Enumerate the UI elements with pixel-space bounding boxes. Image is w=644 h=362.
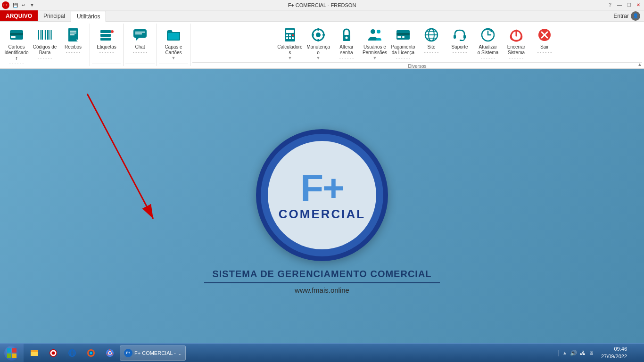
ribbon-group-4-label: [159, 64, 188, 66]
minimize-btn[interactable]: —: [616, 1, 623, 9]
logo-inner: F+ COMERCIAL: [268, 141, 376, 249]
ribbon-group-3-items: Chat - - - - - -: [125, 24, 155, 64]
exit-icon: [536, 26, 553, 43]
svg-rect-66: [7, 354, 11, 358]
fcomercial-taskbar-icon: F+: [124, 349, 132, 357]
pagamento-btn[interactable]: Pagamentoda Licença - - - - - -: [389, 25, 417, 61]
chat-btn[interactable]: Chat - - - - - -: [126, 25, 154, 56]
svg-rect-18: [100, 38, 111, 41]
users-icon: [366, 26, 383, 43]
svg-rect-53: [463, 35, 466, 39]
sair-btn[interactable]: Sair - - - - - -: [531, 25, 558, 56]
svg-point-41: [371, 29, 375, 34]
menu-principal[interactable]: Principal: [38, 10, 71, 21]
menu-utilitarios[interactable]: Utilitários: [71, 11, 106, 22]
chat-dots: - - - - - -: [133, 50, 148, 55]
ie-icon: [67, 348, 77, 358]
suporte-btn[interactable]: Suporte - - - - - -: [446, 25, 473, 56]
tray-notification-icon[interactable]: 🖥: [588, 350, 594, 356]
power-off-icon: [508, 26, 525, 43]
ribbon-group-4-items: Capas eCartões ▼: [159, 24, 188, 64]
start-button[interactable]: [0, 344, 24, 362]
calculadores-btn[interactable]: Calculadores ▼: [276, 25, 304, 61]
ribbon-group-2-items: Etiquetas - - - - - -: [92, 24, 121, 64]
svg-rect-12: [70, 31, 76, 32]
codigos-btn[interactable]: Códigos de Barra - - - - - -: [31, 25, 58, 61]
logo-fplus: F+: [300, 169, 344, 207]
encerrar-label: Encerrar Sistema: [504, 44, 529, 56]
quick-save-btn[interactable]: 💾: [11, 1, 19, 9]
taskbar-fcomercial[interactable]: F+ F+ COMERCIAL - ...: [120, 346, 186, 361]
encerrar-btn[interactable]: Encerrar Sistema - - - - - -: [503, 25, 530, 61]
main-content: F+ COMERCIAL SISTEMA DE GERENCIAMENTO CO…: [0, 69, 644, 345]
logo-subtitle: SISTEMA DE GERENCIAMENTO COMERCIAL www.f…: [204, 269, 440, 294]
headset-icon: [451, 26, 468, 43]
svg-rect-26: [286, 30, 294, 33]
taskbar-opera[interactable]: [44, 346, 62, 361]
menu-bar: ARQUIVO Principal Utilitários Entrar 👤: [0, 10, 644, 22]
ribbon: CartõesIdentificador - - - - - -: [0, 22, 644, 69]
site-btn[interactable]: Site - - - - - -: [418, 25, 445, 56]
suporte-label: Suporte: [451, 44, 468, 50]
tray-show-hidden-btn[interactable]: ▲: [562, 350, 567, 355]
cartoes-label: CartõesIdentificador: [4, 44, 29, 61]
svg-rect-21: [135, 32, 145, 33]
opera-icon: [49, 348, 58, 358]
clock-time: 09:46: [601, 346, 627, 353]
entrar-label: Entrar: [613, 13, 629, 19]
tray-network-icon[interactable]: 🖧: [580, 350, 586, 356]
cartoes-btn[interactable]: CartõesIdentificador - - - - - -: [3, 25, 30, 67]
restore-btn[interactable]: ❐: [625, 1, 633, 9]
show-desktop-btn[interactable]: [631, 344, 644, 362]
usuarios-btn[interactable]: Usuários ePermissões ▼: [361, 25, 388, 61]
website-url: www.fmais.online: [204, 286, 440, 294]
svg-rect-29: [292, 34, 294, 36]
svg-rect-16: [100, 30, 111, 33]
menu-arquivo[interactable]: ARQUIVO: [0, 10, 38, 21]
sair-label: Sair: [540, 44, 549, 50]
svg-rect-10: [51, 30, 52, 40]
ribbon-group-3: Chat - - - - - -: [124, 24, 157, 66]
svg-rect-54: [460, 40, 462, 41]
ribbon-collapse-btn[interactable]: ▲: [637, 62, 642, 67]
ribbon-group-2: Etiquetas - - - - - -: [90, 24, 124, 66]
taskbar: F+ F+ COMERCIAL - ... ▲ 🔊 🖧 🖥 09:46 27/0…: [0, 343, 644, 362]
capas-btn[interactable]: Capas eCartões ▼: [160, 25, 187, 61]
calculadores-dots: ▼: [288, 56, 292, 60]
fcomercial-taskbar-label: F+ COMERCIAL - ...: [134, 350, 182, 356]
taskbar-chrome[interactable]: [101, 346, 119, 361]
ribbon-group-2-label: [92, 64, 121, 66]
quick-dropdown-btn[interactable]: ▼: [28, 1, 36, 9]
folder-icon: [165, 26, 182, 43]
svg-rect-52: [454, 35, 456, 39]
manutencao-btn[interactable]: Manutenção ▼: [305, 25, 332, 61]
svg-rect-44: [396, 33, 410, 35]
taskbar-ie[interactable]: [63, 346, 81, 361]
tray-sound-icon[interactable]: 🔊: [570, 350, 577, 356]
taskbar-firefox[interactable]: [82, 346, 100, 361]
svg-line-63: [87, 94, 153, 219]
window-controls: ? — ❐ ✕: [606, 1, 642, 9]
close-btn[interactable]: ✕: [635, 1, 642, 9]
svg-rect-13: [70, 33, 76, 33]
alterar-senha-btn[interactable]: Alterar senha - - - - - -: [333, 25, 360, 61]
manutencao-dots: ▼: [316, 56, 321, 60]
recibos-btn[interactable]: Recibos - - - - - -: [59, 25, 87, 56]
taskbar-items: F+ F+ COMERCIAL - ...: [24, 346, 558, 361]
system-tray: ▲ 🔊 🖧 🖥: [558, 350, 597, 356]
payment-icon: [395, 26, 412, 43]
help-btn[interactable]: ?: [606, 1, 614, 9]
ribbon-group-diversos-items: Calculadores ▼: [275, 24, 559, 62]
svg-point-19: [111, 30, 114, 33]
quick-undo-btn[interactable]: ↩: [20, 1, 27, 9]
etiquetas-btn[interactable]: Etiquetas - - - - - -: [93, 25, 120, 56]
manutencao-label: Manutenção: [305, 44, 331, 56]
svg-rect-8: [47, 30, 49, 40]
credit-card-icon: [8, 26, 25, 43]
svg-rect-7: [45, 30, 46, 40]
taskbar-clock[interactable]: 09:46 27/09/2022: [597, 346, 631, 360]
taskbar-explorer[interactable]: [25, 346, 43, 361]
entrar-button[interactable]: Entrar 👤: [610, 10, 644, 21]
site-dots: - - - - - -: [424, 50, 439, 55]
atualizar-btn[interactable]: Atualizaro Sistema - - - - - -: [474, 25, 502, 61]
